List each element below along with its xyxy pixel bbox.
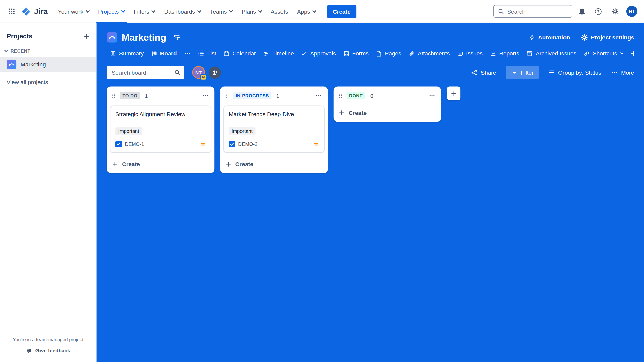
- help-button[interactable]: ?: [592, 5, 605, 18]
- drag-handle-icon[interactable]: [224, 93, 230, 99]
- user-avatar[interactable]: NT: [626, 6, 637, 17]
- tab-approvals[interactable]: Approvals: [298, 48, 339, 59]
- tab-issues[interactable]: Issues: [454, 48, 486, 59]
- column-cards: Market Trends Deep Dive Important DEMO-2: [220, 106, 328, 153]
- notifications-button[interactable]: [575, 5, 588, 18]
- column-count: 0: [370, 93, 373, 99]
- chevron-down-icon: [620, 51, 624, 55]
- more-button[interactable]: More: [611, 69, 634, 76]
- board-icon: [151, 50, 157, 56]
- tab-timeline[interactable]: Timeline: [260, 48, 297, 59]
- add-people-button[interactable]: [209, 66, 221, 79]
- board-columns: TO DO 1 Strategic Alignment Review Impor…: [107, 86, 634, 173]
- column-header: IN PROGRESS 1: [220, 86, 328, 105]
- view-all-projects-link[interactable]: View all projects: [0, 72, 96, 92]
- share-button[interactable]: Share: [471, 69, 496, 76]
- tabs-overflow-button[interactable]: [181, 48, 194, 59]
- search-icon: [174, 69, 180, 75]
- tab-label: Calendar: [232, 50, 256, 57]
- give-feedback-button[interactable]: Give feedback: [26, 348, 70, 354]
- customize-background-button[interactable]: [171, 31, 183, 43]
- tab-archived-issues[interactable]: Archived Issues: [524, 48, 580, 59]
- tab-board[interactable]: Board: [148, 48, 180, 59]
- nav-item-label: Projects: [98, 8, 119, 15]
- tab-list[interactable]: List: [195, 48, 219, 59]
- nav-item-label: Assets: [271, 8, 288, 15]
- summary-icon: [110, 50, 116, 56]
- filter-button[interactable]: Filter: [506, 66, 539, 79]
- drag-handle-icon[interactable]: [111, 93, 117, 99]
- app-switcher-button[interactable]: [5, 5, 18, 18]
- filter-icon: [511, 69, 517, 75]
- group-by-button[interactable]: Group by: Status: [549, 69, 601, 76]
- board-search-input[interactable]: [112, 69, 174, 76]
- sidebar-item-marketing[interactable]: Marketing: [0, 57, 96, 72]
- issue-meta: DEMO-1: [115, 141, 206, 147]
- plus-icon: [338, 110, 345, 116]
- tab-shortcuts[interactable]: Shortcuts: [580, 48, 626, 59]
- list-icon: [198, 50, 204, 56]
- chevron-down-icon: [197, 9, 202, 13]
- column-count: 1: [276, 93, 279, 99]
- column-more-button[interactable]: [199, 89, 212, 102]
- chevron-down-icon: [151, 9, 155, 13]
- create-button[interactable]: Create: [327, 5, 356, 18]
- priority-medium-icon: [200, 141, 206, 147]
- column-create-button[interactable]: Create: [334, 105, 441, 121]
- nav-item-teams[interactable]: Teams: [205, 0, 237, 23]
- issue-key: DEMO-2: [238, 141, 257, 147]
- sidebar-title: Projects: [7, 33, 32, 40]
- nav-item-plans[interactable]: Plans: [237, 0, 266, 23]
- project-header-actions: Automation Project settings: [529, 34, 634, 41]
- create-label: Create: [235, 161, 253, 167]
- project-settings-button[interactable]: Project settings: [581, 34, 634, 41]
- column-count: 1: [145, 93, 148, 99]
- nav-item-filters[interactable]: Filters: [129, 0, 159, 23]
- add-view-button[interactable]: [627, 48, 634, 59]
- column-to-do: TO DO 1 Strategic Alignment Review Impor…: [107, 86, 214, 173]
- nav-item-projects[interactable]: Projects: [94, 0, 129, 23]
- project-header: Marketing Automation Project settings: [107, 31, 634, 43]
- issue-card[interactable]: Market Trends Deep Dive Important DEMO-2: [223, 106, 325, 153]
- add-project-button[interactable]: [81, 31, 92, 42]
- automation-button[interactable]: Automation: [529, 34, 570, 41]
- tab-summary[interactable]: Summary: [107, 48, 147, 59]
- column-more-button[interactable]: [312, 89, 325, 102]
- tab-label: List: [207, 50, 216, 57]
- person-add-icon: [212, 69, 218, 76]
- tab-label: Summary: [119, 50, 144, 57]
- share-icon: [471, 69, 477, 76]
- recent-section-toggle[interactable]: RECENT: [0, 49, 96, 54]
- project-avatar-icon: [107, 32, 117, 42]
- issue-key: DEMO-1: [125, 141, 144, 147]
- add-column-button[interactable]: [447, 86, 460, 100]
- jira-logo[interactable]: Jira: [19, 6, 53, 16]
- nav-item-apps[interactable]: Apps: [293, 0, 320, 23]
- nav-item-assets[interactable]: Assets: [266, 0, 293, 23]
- plus-icon: [112, 161, 118, 167]
- global-search-input[interactable]: [507, 8, 568, 15]
- pages-icon: [376, 50, 382, 56]
- tab-label: Issues: [466, 50, 483, 57]
- column-create-button[interactable]: Create: [220, 156, 328, 172]
- tab-label: Approvals: [310, 50, 336, 57]
- nav-item-dashboards[interactable]: Dashboards: [159, 0, 205, 23]
- task-type-icon: [115, 141, 122, 147]
- issue-card[interactable]: Strategic Alignment Review Important DEM…: [110, 106, 211, 153]
- tab-forms[interactable]: Forms: [340, 48, 372, 59]
- board-user-avatar[interactable]: NT N: [192, 66, 205, 79]
- tab-pages[interactable]: Pages: [373, 48, 405, 59]
- settings-button[interactable]: [608, 5, 621, 18]
- column-create-button[interactable]: Create: [107, 156, 214, 172]
- tab-label: Archived Issues: [536, 50, 576, 57]
- tab-reports[interactable]: Reports: [487, 48, 522, 59]
- drag-handle-icon[interactable]: [338, 93, 343, 99]
- column-status-badge: TO DO: [120, 92, 140, 99]
- nav-item-label: Teams: [210, 8, 227, 15]
- tab-attachments[interactable]: Attachments: [405, 48, 453, 59]
- nav-item-your-work[interactable]: Your work: [53, 0, 94, 23]
- board-members: NT N: [192, 66, 221, 79]
- tab-calendar[interactable]: Calendar: [220, 48, 259, 59]
- column-more-button[interactable]: [425, 89, 438, 102]
- board-main-area: Marketing Automation Project settings: [97, 23, 644, 362]
